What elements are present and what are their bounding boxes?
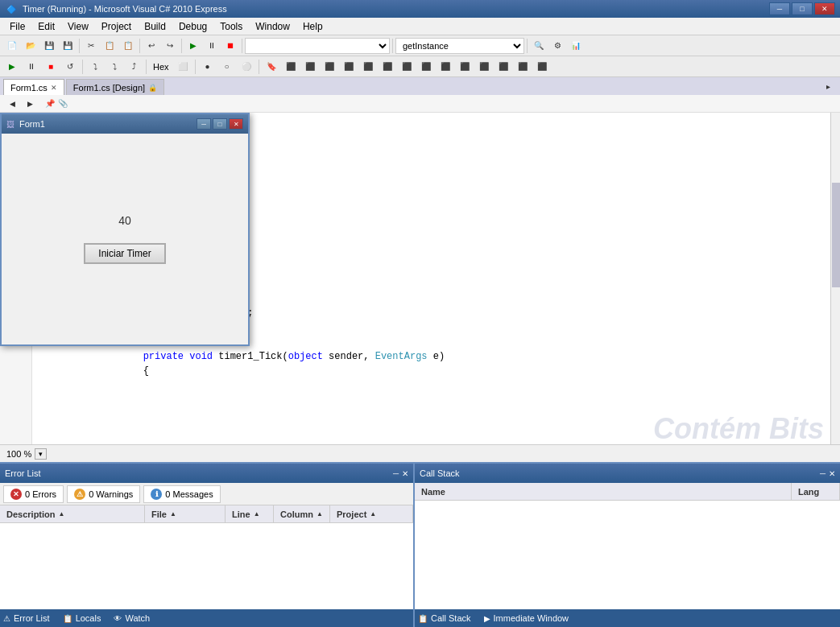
menu-help[interactable]: Help: [296, 19, 329, 34]
toolbar-sep-2: [139, 39, 140, 53]
dbg-misc11[interactable]: ⬛: [456, 58, 474, 76]
tab-locals[interactable]: 📋 Locals: [63, 613, 101, 623]
dbg-misc4[interactable]: ⬛: [321, 58, 338, 76]
dbg-stepout[interactable]: ⤴: [125, 58, 143, 76]
dbg-misc3[interactable]: ⬛: [301, 58, 319, 76]
toolbar-save[interactable]: 💾: [40, 37, 58, 55]
callstack-pin[interactable]: ─: [820, 469, 826, 478]
menu-build[interactable]: Build: [138, 19, 172, 34]
error-list-body: [0, 523, 413, 609]
iniciar-timer-button[interactable]: Iniciar Timer: [84, 243, 165, 264]
tab-form1cs-close[interactable]: ✕: [51, 84, 57, 92]
nav-forward[interactable]: ▶: [21, 95, 39, 113]
toolbar-paste[interactable]: 📋: [119, 37, 137, 55]
toolbar-stop[interactable]: ⏹: [221, 37, 239, 55]
error-panel-pin[interactable]: ─: [393, 469, 399, 478]
tab-callstack[interactable]: 📋 Call Stack: [418, 613, 471, 623]
menu-tools[interactable]: Tools: [213, 19, 249, 34]
dbg-bp1[interactable]: ●: [199, 58, 217, 76]
dbg-misc1[interactable]: 🔖: [263, 58, 280, 76]
menu-debug[interactable]: Debug: [172, 19, 213, 34]
editor-scrollbar-thumb[interactable]: [832, 183, 840, 287]
toolbar-extra-2[interactable]: ⚙: [548, 37, 566, 55]
tab-form1cs[interactable]: Form1.cs ✕: [3, 79, 64, 95]
tab-immediate[interactable]: ▶ Immediate Window: [484, 613, 569, 623]
dbg-misc7[interactable]: ⬛: [379, 58, 396, 76]
dbg-pause[interactable]: ⏸: [23, 58, 40, 76]
warnings-tab[interactable]: ⚠ 0 Warnings: [67, 485, 140, 503]
nav-dropdown[interactable]: [245, 38, 390, 54]
form-minimize-btn[interactable]: ─: [197, 118, 211, 130]
sort-icon-file[interactable]: ▲: [170, 510, 176, 518]
toolbar-copy[interactable]: 📋: [101, 37, 118, 55]
sort-icon-desc[interactable]: ▲: [59, 510, 65, 518]
tab-locals-icon: 📋: [63, 614, 72, 623]
zoom-button[interactable]: ▾: [35, 448, 47, 460]
zoom-bar: 100 % ▾: [0, 444, 840, 462]
nav-pin-icon: 📌: [45, 99, 55, 108]
dbg-misc8[interactable]: ⬛: [398, 58, 416, 76]
menu-view[interactable]: View: [61, 19, 95, 34]
form-preview-window[interactable]: 🖼 Form1 ─ □ ✕ 40 Iniciar Timer: [0, 113, 250, 346]
maximize-button[interactable]: □: [792, 2, 813, 15]
dbg-bp3[interactable]: ⚪: [238, 58, 255, 76]
dbg-misc15[interactable]: ⬛: [533, 58, 551, 76]
toolbar-redo[interactable]: ↪: [161, 37, 179, 55]
toolbar-extra-1[interactable]: 🔍: [530, 37, 548, 55]
menu-window[interactable]: Window: [249, 19, 296, 34]
sort-icon-col[interactable]: ▲: [317, 510, 323, 518]
tab-scroll-right[interactable]: ▸: [819, 77, 837, 95]
zoom-level: 100 %: [6, 449, 31, 459]
callstack-close[interactable]: ✕: [829, 469, 835, 478]
toolbar-saveall[interactable]: 💾: [59, 37, 77, 55]
dbg-misc12[interactable]: ⬛: [475, 58, 493, 76]
form-body: 40 Iniciar Timer: [2, 134, 248, 344]
dbg-misc6[interactable]: ⬛: [359, 58, 377, 76]
dbg-restart[interactable]: ↺: [61, 58, 79, 76]
error-panel-close[interactable]: ✕: [402, 469, 408, 478]
dbg-continue[interactable]: ▶: [3, 58, 21, 76]
dbg-misc2[interactable]: ⬛: [282, 58, 300, 76]
window-controls: ─ □ ✕: [769, 2, 835, 15]
form-maximize-btn[interactable]: □: [213, 118, 227, 130]
dbg-stop[interactable]: ■: [42, 58, 60, 76]
minimize-button[interactable]: ─: [769, 2, 790, 15]
errors-tab[interactable]: ✕ 0 Errors: [3, 485, 64, 503]
tab-immediate-icon: ▶: [484, 614, 490, 623]
editor-scrollbar[interactable]: [830, 113, 840, 462]
dbg-hex[interactable]: ⬜: [174, 58, 192, 76]
toolbar-pause[interactable]: ⏸: [203, 37, 221, 55]
tab-form1design[interactable]: Form1.cs [Design] 🔒: [66, 79, 164, 95]
dbg-misc10[interactable]: ⬛: [437, 58, 454, 76]
menu-edit[interactable]: Edit: [31, 19, 61, 34]
toolbar-undo[interactable]: ↩: [143, 37, 160, 55]
callstack-panel-controls: ─ ✕: [820, 469, 835, 478]
dbg-stepover[interactable]: ⤵: [86, 58, 104, 76]
errors-icon: ✕: [10, 489, 22, 500]
dbg-bp2[interactable]: ○: [218, 58, 236, 76]
sort-icon-proj[interactable]: ▲: [370, 510, 376, 518]
app-icon: 🔷: [5, 2, 18, 15]
dbg-misc14[interactable]: ⬛: [514, 58, 532, 76]
nav-back[interactable]: ◀: [3, 95, 21, 113]
form-close-btn[interactable]: ✕: [229, 118, 243, 130]
close-button[interactable]: ✕: [814, 2, 835, 15]
dbg-stepinto[interactable]: ⤵: [106, 58, 123, 76]
error-tabs: ✕ 0 Errors ⚠ 0 Warnings ℹ 0 Messages: [0, 483, 413, 505]
dbg-misc13[interactable]: ⬛: [494, 58, 512, 76]
tab-error-list[interactable]: ⚠ Error List: [3, 613, 50, 623]
toolbar-new[interactable]: 📄: [3, 37, 21, 55]
sort-icon-line[interactable]: ▲: [254, 510, 260, 518]
toolbar-sep-1: [79, 39, 80, 53]
toolbar-open[interactable]: 📂: [22, 37, 39, 55]
menu-project[interactable]: Project: [95, 19, 138, 34]
toolbar-extra-3[interactable]: 📊: [567, 37, 585, 55]
menu-file[interactable]: File: [3, 19, 31, 34]
dbg-misc5[interactable]: ⬛: [340, 58, 358, 76]
toolbar-cut[interactable]: ✂: [82, 37, 100, 55]
messages-tab[interactable]: ℹ 0 Messages: [143, 485, 220, 503]
method-dropdown[interactable]: getInstance: [395, 38, 524, 54]
toolbar-start[interactable]: ▶: [184, 37, 202, 55]
tab-watch[interactable]: 👁 Watch: [114, 613, 150, 623]
dbg-misc9[interactable]: ⬛: [417, 58, 435, 76]
